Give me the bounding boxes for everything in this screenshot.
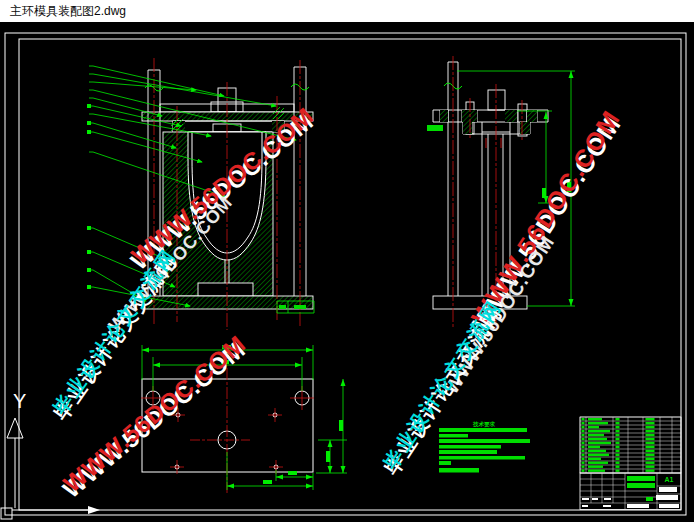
ejector-block	[198, 283, 253, 296]
window-titlebar: 主环模具装配图2.dwg	[0, 0, 694, 22]
dim-text-mark	[339, 420, 343, 431]
dim-text-mark	[326, 451, 330, 462]
dim-text-mark	[294, 305, 306, 309]
drawing-title-text	[627, 483, 655, 488]
cad-canvas: 主环模具装配图2.dwg	[0, 0, 694, 522]
tech-requirements-heading: 技术要求	[472, 421, 496, 428]
sheet-size-label: A1	[665, 476, 674, 483]
dim-text-mark	[263, 480, 272, 484]
window-title: 主环模具装配图2.dwg	[10, 4, 126, 18]
dim-text-mark	[279, 305, 286, 309]
drawing-title-text	[627, 476, 655, 481]
green-block	[427, 125, 443, 131]
dim-text-mark	[288, 471, 297, 475]
base-plate	[142, 296, 313, 309]
ucs-y-label: Y	[13, 390, 26, 412]
cad-viewer-window: 主环模具装配图2.dwg	[0, 0, 694, 522]
